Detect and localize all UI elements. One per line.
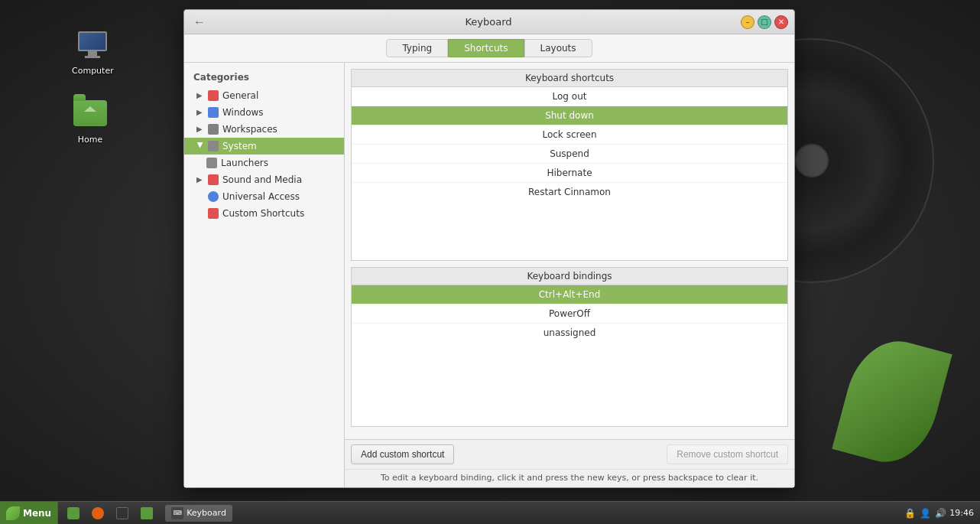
table-row[interactable]: Shut down <box>352 106 787 125</box>
sidebar-item-sound-media[interactable]: ▶ Sound and Media <box>184 171 344 188</box>
sidebar: Categories ▶ General ▶ Windows <box>184 63 345 487</box>
shortcuts-table-body: Log out Shut down Lock screen Suspend Hi… <box>352 87 787 201</box>
sidebar-item-label: System <box>222 141 257 151</box>
minimize-button[interactable]: – <box>741 15 754 29</box>
window-body: Categories ▶ General ▶ Windows <box>184 63 794 487</box>
taskbar-terminal-btn[interactable] <box>110 505 135 522</box>
keyboard-window: ← Keyboard – □ ✕ Typing Shortcuts Layout… <box>183 9 795 488</box>
table-row[interactable]: Restart Cinnamon <box>352 183 787 201</box>
sidebar-item-label: General <box>222 90 258 101</box>
back-button[interactable]: ← <box>190 15 209 29</box>
tab-layouts[interactable]: Layouts <box>524 39 592 57</box>
table-row[interactable]: PowerOff <box>352 304 787 324</box>
tab-shortcuts[interactable]: Shortcuts <box>448 39 524 57</box>
sidebar-item-label: Custom Shortcuts <box>222 208 304 219</box>
chevron-icon: ▶ <box>196 176 204 184</box>
close-button[interactable]: ✕ <box>774 15 788 29</box>
keyboard-window-icon: ⌨ <box>171 507 183 519</box>
table-row[interactable]: unassigned <box>352 324 787 342</box>
titlebar: ← Keyboard – □ ✕ <box>184 10 794 34</box>
sidebar-item-label: Windows <box>222 107 264 118</box>
table-row[interactable]: Log out <box>352 87 787 106</box>
sidebar-item-label: Workspaces <box>222 124 277 135</box>
shortcuts-table: Keyboard shortcuts Log out Shut down Loc… <box>351 69 788 261</box>
sidebar-item-custom-shortcuts[interactable]: Custom Shortcuts <box>184 205 344 222</box>
sidebar-item-system[interactable]: ▶ System <box>184 138 344 155</box>
computer-icon <box>74 26 111 63</box>
shortcuts-table-header: Keyboard shortcuts <box>352 70 787 87</box>
volume-icon[interactable]: 🔊 <box>934 507 946 519</box>
maximize-button[interactable]: □ <box>758 15 771 29</box>
chevron-icon: ▶ <box>196 109 204 116</box>
files-icon <box>141 507 153 519</box>
taskbar-files-btn[interactable] <box>135 505 159 522</box>
chevron-icon: ▶ <box>196 92 204 99</box>
taskbar: Menu ⌨ Keyboard <box>0 501 980 524</box>
sidebar-item-label: Universal Access <box>222 191 300 202</box>
taskbar-menu-button[interactable]: Menu <box>0 502 58 524</box>
sidebar-header: Categories <box>184 69 344 87</box>
universal-access-icon <box>207 190 219 203</box>
home-icon-label: Home <box>78 135 102 145</box>
clock: 19:46 <box>949 508 974 518</box>
table-row[interactable]: Hibernate <box>352 164 787 183</box>
tab-typing[interactable]: Typing <box>386 39 448 57</box>
desktop: Computer Home ← Keyboard – □ ✕ Typin <box>0 0 980 524</box>
bindings-table-body: Ctrl+Alt+End PowerOff unassigned <box>352 285 787 342</box>
help-text: To edit a keyboard binding, click it and… <box>345 469 794 487</box>
mint-leaf-decoration <box>832 330 952 473</box>
sidebar-item-general[interactable]: ▶ General <box>184 87 344 104</box>
taskbar-browser-btn[interactable] <box>86 505 110 522</box>
browser-icon <box>92 507 104 519</box>
desktop-icon-computer[interactable]: Computer <box>69 23 117 79</box>
taskbar-items: ⌨ Keyboard <box>58 502 897 524</box>
sidebar-item-label: Launchers <box>221 158 268 168</box>
sidebar-item-label: Sound and Media <box>222 174 302 185</box>
taskbar-filemanager-btn[interactable] <box>61 505 86 522</box>
custom-shortcuts-icon <box>207 207 219 220</box>
chevron-icon: ▶ <box>196 142 204 150</box>
sound-media-icon <box>207 174 219 186</box>
add-shortcut-button[interactable]: Add custom shortcut <box>351 444 454 464</box>
window-title: Keyboard <box>236 16 741 28</box>
system-icon <box>207 140 219 152</box>
workspaces-icon <box>207 123 219 135</box>
bottom-buttons: Add custom shortcut Remove custom shortc… <box>345 439 794 469</box>
remove-shortcut-button[interactable]: Remove custom shortcut <box>667 444 788 464</box>
network-icon[interactable]: 🔒 <box>904 507 916 519</box>
tab-bar: Typing Shortcuts Layouts <box>184 34 794 63</box>
menu-label: Menu <box>23 508 51 519</box>
sidebar-item-launchers[interactable]: Launchers <box>184 155 344 171</box>
terminal-icon <box>116 507 128 519</box>
table-row[interactable]: Suspend <box>352 145 787 164</box>
active-window-label: Keyboard <box>187 508 226 518</box>
main-content: Keyboard shortcuts Log out Shut down Loc… <box>345 63 794 487</box>
computer-icon-label: Computer <box>72 66 114 76</box>
desktop-icon-home[interactable]: Home <box>69 92 112 148</box>
filemanager-icon <box>67 507 80 519</box>
mint-logo-icon <box>6 506 20 520</box>
chevron-icon: ▶ <box>196 125 204 133</box>
taskbar-right: 🔒 👤 🔊 19:46 <box>897 507 980 519</box>
table-row[interactable]: Lock screen <box>352 125 787 145</box>
table-row[interactable]: Ctrl+Alt+End <box>352 285 787 304</box>
windows-icon <box>207 106 219 119</box>
sidebar-item-windows[interactable]: ▶ Windows <box>184 104 344 121</box>
general-icon <box>207 90 219 102</box>
tables-section: Keyboard shortcuts Log out Shut down Loc… <box>345 63 794 439</box>
sidebar-item-workspaces[interactable]: ▶ Workspaces <box>184 121 344 138</box>
taskbar-active-window[interactable]: ⌨ Keyboard <box>165 505 232 522</box>
user-icon[interactable]: 👤 <box>919 507 931 519</box>
home-folder-icon <box>72 95 109 132</box>
bindings-table: Keyboard bindings Ctrl+Alt+End PowerOff … <box>351 267 788 427</box>
bindings-table-header: Keyboard bindings <box>352 268 787 285</box>
launchers-icon <box>206 157 218 169</box>
sidebar-item-universal-access[interactable]: Universal Access <box>184 188 344 205</box>
window-controls: – □ ✕ <box>741 15 788 29</box>
